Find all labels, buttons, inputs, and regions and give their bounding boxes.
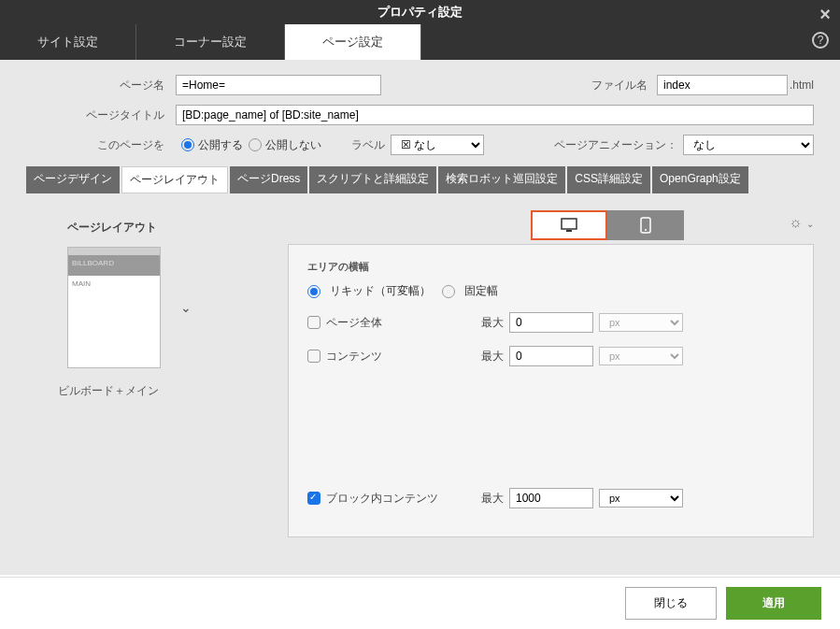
dialog-title: プロパティ設定 — [377, 5, 463, 19]
layout-preview[interactable]: BILLBOARD MAIN — [67, 247, 161, 368]
device-desktop-tab[interactable] — [531, 210, 607, 240]
close-icon[interactable]: × — [819, 2, 831, 26]
fixed-radio[interactable]: 固定幅 — [442, 283, 498, 299]
block-contents-label: ブロック内コンテンツ — [326, 491, 466, 507]
whole-page-label: ページ全体 — [326, 315, 466, 331]
title-bar: プロパティ設定 × — [0, 0, 840, 24]
max-label-1: 最大 — [466, 315, 504, 331]
tab-site[interactable]: サイト設定 — [0, 24, 136, 60]
subtab-layout[interactable]: ページレイアウト — [121, 166, 228, 193]
main-tabs: サイト設定 コーナー設定 ページ設定 ? — [0, 24, 840, 60]
label-select[interactable]: ☒ なし — [391, 135, 484, 155]
svg-rect-0 — [562, 219, 577, 229]
contents-unit[interactable]: px — [599, 347, 683, 365]
close-button[interactable]: 閉じる — [625, 587, 717, 620]
tab-page[interactable]: ページ設定 — [285, 24, 421, 60]
publish-radio[interactable]: 公開する — [181, 137, 243, 153]
subtab-css[interactable]: CSS詳細設定 — [567, 166, 650, 193]
block-contents-unit[interactable]: px — [599, 489, 683, 507]
subtab-og[interactable]: OpenGraph設定 — [652, 166, 748, 193]
sub-tabs: ページデザイン ページレイアウト ページDress スクリプトと詳細設定 検索ロ… — [26, 166, 814, 193]
subtab-robot[interactable]: 検索ロボット巡回設定 — [438, 166, 565, 193]
mobile-icon — [640, 217, 651, 234]
anim-select[interactable]: なし — [683, 135, 814, 155]
billboard-region: BILLBOARD — [68, 255, 160, 276]
help-icon[interactable]: ? — [812, 32, 829, 49]
file-name-label: ファイル名 — [582, 78, 657, 93]
desktop-icon — [561, 218, 577, 233]
area-width-title: エリアの横幅 — [307, 260, 794, 274]
whole-page-check[interactable] — [307, 316, 320, 329]
this-page-label: このページを — [26, 137, 176, 153]
subtab-design[interactable]: ページデザイン — [26, 166, 120, 193]
area-width-panel: エリアの横幅 リキッド（可変幅） 固定幅 ページ全体 最大 px コンテンツ 最… — [288, 244, 814, 537]
whole-page-input[interactable] — [509, 312, 593, 333]
block-contents-input[interactable] — [509, 488, 593, 508]
contents-label: コンテンツ — [326, 349, 466, 365]
anim-label: ページアニメーション： — [554, 137, 677, 153]
svg-point-3 — [645, 229, 647, 231]
layout-caption: ビルボード＋メイン — [58, 383, 269, 399]
label-label: ラベル — [351, 137, 385, 153]
page-title-label: ページタイトル — [26, 107, 176, 123]
layout-title: ページレイアウト — [67, 220, 269, 236]
max-label-2: 最大 — [466, 349, 504, 365]
device-mobile-tab[interactable] — [607, 210, 684, 240]
content-area: ページ名 ファイル名 .html ページタイトル このページを 公開する 公開し… — [0, 60, 840, 575]
block-contents-check[interactable] — [307, 492, 320, 505]
page-title-input[interactable] — [176, 105, 814, 125]
gear-icon[interactable]: ☼ ⌄ — [789, 214, 814, 231]
main-region: MAIN — [68, 276, 160, 360]
layout-panel: ページレイアウト BILLBOARD MAIN ⌄ ビルボード＋メイン — [26, 210, 288, 537]
subtab-dress[interactable]: ページDress — [230, 166, 307, 193]
contents-input[interactable] — [509, 346, 593, 366]
subtab-script[interactable]: スクリプトと詳細設定 — [309, 166, 436, 193]
page-name-input[interactable] — [176, 75, 381, 95]
liquid-radio[interactable]: リキッド（可変幅） — [307, 283, 431, 299]
footer: 閉じる 適用 — [0, 577, 840, 629]
svg-rect-1 — [566, 230, 572, 232]
unpublish-radio[interactable]: 公開しない — [249, 137, 321, 153]
file-ext: .html — [790, 79, 814, 92]
chevron-down-icon[interactable]: ⌄ — [180, 300, 192, 315]
page-name-label: ページ名 — [26, 78, 176, 93]
tab-corner[interactable]: コーナー設定 — [136, 24, 285, 60]
file-name-input[interactable] — [657, 75, 788, 95]
contents-check[interactable] — [307, 350, 320, 363]
whole-page-unit[interactable]: px — [599, 313, 683, 332]
apply-button[interactable]: 適用 — [726, 587, 821, 620]
max-label-3: 最大 — [466, 491, 504, 507]
